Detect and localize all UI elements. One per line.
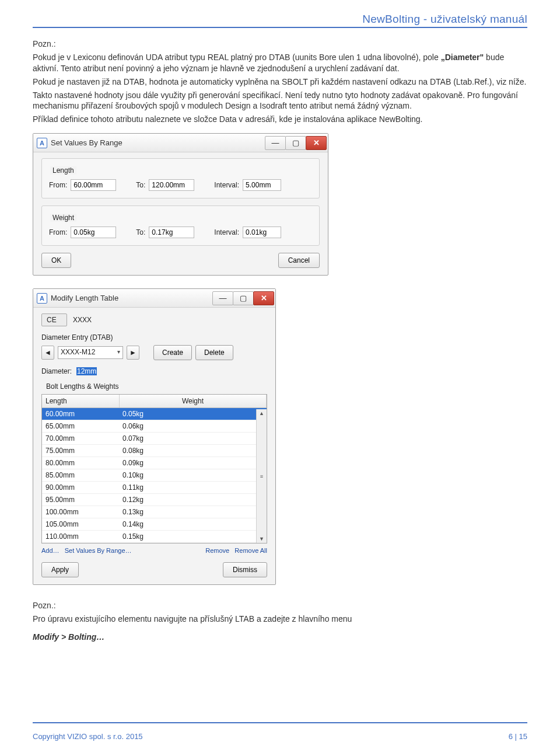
ok-button[interactable]: OK (41, 253, 71, 268)
cell-weight: 0.10kg (119, 469, 267, 481)
weight-to-label: To: (136, 228, 145, 236)
ce-button[interactable]: CE (41, 313, 67, 326)
length-to-label: To: (136, 181, 145, 189)
remove-all-link[interactable]: Remove All (235, 547, 267, 554)
apply-button[interactable]: Apply (41, 562, 79, 577)
table-row[interactable]: 110.00mm0.15kg (42, 531, 267, 543)
cell-weight: 0.09kg (119, 457, 267, 469)
length-to-input[interactable] (149, 179, 194, 191)
diameter-input[interactable]: 12mm (76, 367, 97, 375)
remove-link[interactable]: Remove (205, 547, 229, 554)
create-button[interactable]: Create (153, 345, 192, 360)
paragraph-2: Pokud je nastaven již na DTAB, hodnota j… (33, 76, 527, 88)
weight-to-input[interactable] (149, 227, 194, 238)
add-link[interactable]: Add… (41, 547, 60, 554)
bolt-table[interactable]: Length Weight 60.00mm0.05kg65.00mm0.06kg… (41, 394, 267, 544)
minimize-button[interactable]: — (212, 291, 233, 305)
dialog-modify-length-table: A Modify Length Table — ▢ ✕ CE XXXX Diam… (33, 288, 276, 585)
paragraph-1: Pokud je v Lexiconu definován UDA atribu… (33, 52, 527, 74)
dtab-select[interactable]: XXXX-M12 (58, 346, 123, 359)
close-button[interactable]: ✕ (253, 291, 274, 305)
cell-length: 65.00mm (42, 420, 119, 432)
footer-rule (33, 722, 527, 723)
cell-length: 75.00mm (42, 445, 119, 457)
group-length-label: Length (50, 166, 76, 175)
app-icon: A (37, 138, 47, 148)
scrollbar[interactable]: ▲ ≡ ▼ (256, 409, 267, 543)
length-from-label: From: (49, 181, 67, 189)
delete-button[interactable]: Delete (195, 345, 233, 360)
cell-weight: 0.15kg (119, 531, 267, 542)
paragraph-4: Příklad definice tohoto atributu nalezne… (33, 114, 527, 125)
group-weight-label: Weight (50, 214, 76, 222)
table-row[interactable]: 100.00mm0.13kg (42, 506, 267, 518)
page-header-title: NewBolting - uživatelský manuál (33, 13, 527, 26)
paragraph-3: Takto nastavené hodnoty jsou dále využit… (33, 90, 527, 112)
minimize-button[interactable]: — (265, 136, 286, 150)
maximize-button[interactable]: ▢ (233, 291, 254, 305)
table-row[interactable]: 70.00mm0.07kg (42, 433, 267, 445)
cell-length: 60.00mm (42, 408, 119, 420)
weight-from-label: From: (49, 228, 67, 236)
th-weight[interactable]: Weight (120, 395, 267, 407)
bolt-lengths-label: Bolt Lengths & Weights (46, 382, 267, 391)
footer-page: 6 | 15 (509, 732, 527, 741)
cell-length: 70.00mm (42, 433, 119, 444)
length-interval-input[interactable] (243, 179, 281, 191)
prev-dtab-button[interactable]: ◄ (41, 346, 54, 360)
cell-length: 110.00mm (42, 531, 119, 542)
footer-copyright: Copyright VIZIO spol. s r.o. 2015 (33, 732, 143, 741)
pozn2-label: Pozn.: (33, 600, 527, 611)
app-icon: A (37, 293, 47, 304)
dtab-label: Diameter Entry (DTAB) (41, 333, 267, 342)
close-button[interactable]: ✕ (306, 136, 327, 150)
diameter-label: Diameter: (41, 367, 72, 375)
table-row[interactable]: 95.00mm0.12kg (42, 494, 267, 506)
next-dtab-button[interactable]: ► (127, 346, 139, 360)
modify-path: Modify > Bolting… (33, 632, 104, 642)
header-rule (33, 27, 527, 28)
cell-length: 100.00mm (42, 506, 119, 518)
cell-weight: 0.07kg (119, 433, 267, 444)
table-row[interactable]: 105.00mm0.14kg (42, 518, 267, 531)
dialog-set-values-by-range: A Set Values By Range — ▢ ✕ Length From:… (33, 133, 328, 276)
dialog-title: Set Values By Range (51, 138, 123, 147)
cell-length: 95.00mm (42, 494, 119, 506)
p1-a: Pokud je v Lexiconu definován UDA atribu… (33, 53, 441, 62)
cell-weight: 0.14kg (119, 518, 267, 530)
table-row[interactable]: 65.00mm0.06kg (42, 420, 267, 433)
set-values-link[interactable]: Set Values By Range… (65, 547, 132, 554)
table-row[interactable]: 60.00mm0.05kg (42, 408, 267, 420)
cell-length: 85.00mm (42, 469, 119, 481)
dialog-title: Modify Length Table (51, 294, 118, 302)
weight-interval-label: Interval: (214, 228, 239, 236)
length-interval-label: Interval: (214, 181, 239, 189)
cell-weight: 0.08kg (119, 445, 267, 457)
dismiss-button[interactable]: Dismiss (223, 562, 267, 577)
table-row[interactable]: 85.00mm0.10kg (42, 469, 267, 482)
scroll-marker-icon: ≡ (260, 473, 263, 479)
p1-bold: „Diameter" (441, 53, 484, 62)
pozn-label: Pozn.: (33, 39, 527, 50)
pozn2-text: Pro úpravu existujícího elementu naviguj… (33, 614, 527, 625)
ce-value: XXXX (73, 316, 92, 324)
scroll-down-icon[interactable]: ▼ (259, 536, 264, 542)
cell-weight: 0.11kg (119, 482, 267, 493)
weight-from-input[interactable] (71, 227, 116, 238)
cell-weight: 0.05kg (119, 408, 267, 420)
cancel-button[interactable]: Cancel (278, 253, 320, 268)
th-length[interactable]: Length (42, 395, 120, 407)
cell-length: 80.00mm (42, 457, 119, 469)
table-row[interactable]: 80.00mm0.09kg (42, 457, 267, 469)
scroll-up-icon[interactable]: ▲ (259, 410, 264, 416)
table-row[interactable]: 75.00mm0.08kg (42, 445, 267, 457)
length-from-input[interactable] (71, 179, 116, 191)
cell-weight: 0.13kg (119, 506, 267, 518)
cell-weight: 0.12kg (119, 494, 267, 506)
table-row[interactable]: 90.00mm0.11kg (42, 482, 267, 494)
maximize-button[interactable]: ▢ (285, 136, 306, 150)
weight-interval-input[interactable] (243, 227, 281, 238)
cell-length: 90.00mm (42, 482, 119, 493)
cell-length: 105.00mm (42, 518, 119, 530)
cell-weight: 0.06kg (119, 420, 267, 432)
